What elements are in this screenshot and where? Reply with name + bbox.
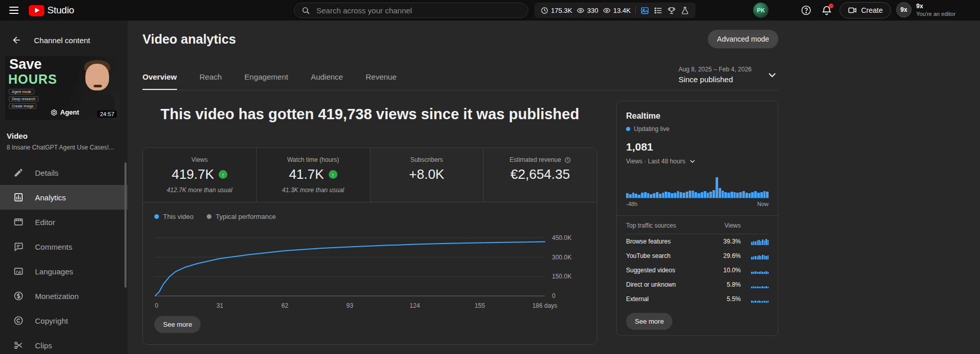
sidebar-item-comments[interactable]: Comments [0,234,128,259]
metric-watch-time-hours[interactable]: Watch time (hours)41.7K↑41.3K more than … [257,148,370,202]
flask-icon[interactable] [681,6,689,15]
analytics-icon [13,192,24,202]
traffic-source-label: External [626,295,716,303]
realtime-bar [692,191,694,198]
search-bar[interactable] [294,3,528,18]
sidebar-item-monetization[interactable]: Monetization [0,284,128,308]
traffic-sources-table: Browse features39.3%YouTube search29.6%S… [626,234,769,306]
traffic-source-row: Browse features39.3% [626,234,769,249]
sparkline-bar [753,301,755,302]
main-content: Video analytics Advanced mode OverviewRe… [128,21,980,354]
video-thumbnail[interactable]: Save HOURS Agent modeDeep researchCreate… [5,56,119,120]
tab-overview[interactable]: Overview [142,72,177,90]
clock-icon [541,7,548,14]
tab-revenue[interactable]: Revenue [366,72,397,90]
help-icon[interactable] [800,5,812,16]
sparkline-bar [755,287,756,288]
traffic-source-label: YouTube search [626,252,716,259]
create-button-label: Create [861,6,883,14]
realtime-range-dropdown[interactable]: Views · Last 48 hours [626,157,769,165]
svg-text:450.0K: 450.0K [552,234,572,241]
extension-stats-widget[interactable]: 175.3K33013.4K [534,3,696,18]
see-more-button[interactable]: See more [154,316,201,333]
legend-item-typical-performance[interactable]: Typical performance [207,213,276,220]
ext-stat-value: 330 [587,7,598,14]
overview-section: This video has gotten 419,738 views sinc… [142,101,597,345]
sidebar-item-clips[interactable]: Clips [0,333,128,354]
ext-stat: 13.4K [603,7,631,14]
metric-estimated-revenue[interactable]: Estimated revenue€2,654.35 [484,148,597,202]
tab-audience[interactable]: Audience [311,72,343,90]
tab-reach[interactable]: Reach [200,72,222,90]
sparkline-bar [765,301,767,302]
date-range-block: Aug 8, 2025 – Feb 4, 2026 Since publishe… [679,66,752,84]
metric-value-text: €2,654.35 [510,166,570,182]
sidebar-item-details[interactable]: Details [0,160,128,185]
traffic-source-views: 5.8% [716,281,741,288]
legend-item-this-video[interactable]: This video [154,213,193,220]
traffic-source-views: 5.5% [716,295,741,303]
svg-text:155: 155 [475,302,485,309]
realtime-bar [716,177,718,198]
studio-logo[interactable]: Studio [29,5,74,16]
sidebar-item-label: Editor [35,218,55,227]
page-title: Video analytics [142,32,236,47]
trophy-icon[interactable] [667,6,676,15]
realtime-bar [745,193,748,198]
realtime-range-label: Views · Last 48 hours [626,158,685,165]
date-range-picker[interactable]: Aug 8, 2025 – Feb 4, 2026 Since publishe… [679,66,778,90]
image-icon[interactable] [640,6,649,15]
realtime-bar [686,192,688,198]
sidebar-item-label: Comments [35,243,73,251]
metric-delta: 412.7K more than usual [143,187,256,194]
sidebar-item-languages[interactable]: Languages [0,259,128,284]
trend-up-icon: ↑ [329,170,337,179]
realtime-bar [763,191,766,198]
chevron-down-icon [688,157,697,165]
search-input[interactable] [316,6,521,15]
traffic-source-row: Suggested videos10.0% [626,263,769,277]
axis-left-label: -48h [626,201,637,207]
sparkline-bar [768,255,769,259]
menu-icon[interactable] [9,7,19,14]
sparkline-bar [757,256,758,259]
realtime-status: Updating live [626,125,769,133]
thumbnail-person-photo [79,60,115,117]
list-icon[interactable] [654,6,663,15]
editor-icon [13,217,24,227]
video-duration-badge: 24:57 [97,110,117,118]
tab-engagement[interactable]: Engagement [244,72,288,90]
sparkline-bar [764,255,765,259]
realtime-see-more-button[interactable]: See more [626,313,672,330]
sparkline-bar [762,272,763,273]
metric-value-text: 419.7K [172,166,214,182]
realtime-bar [641,193,644,198]
sparkline-bar [753,286,755,288]
sidebar-item-label: Analytics [35,193,66,202]
realtime-bar-chart [626,178,769,198]
sidebar-item-analytics[interactable]: Analytics [0,185,128,210]
metric-views[interactable]: Views419.7K↑412.7K more than usual [143,148,257,202]
realtime-views-count: 1,081 [626,141,769,153]
back-to-channel-content[interactable]: Channel content [0,21,128,45]
avatar[interactable]: PK [753,3,769,18]
realtime-bar [689,191,691,198]
create-button[interactable]: Create [840,2,891,18]
traffic-table-header: Top traffic sources Views [626,222,769,234]
metric-subscribers[interactable]: Subscribers+8.0K [370,148,484,202]
sidebar-item-editor[interactable]: Editor [0,210,128,234]
metric-label-text: Views [191,156,208,163]
editor-badge-title: 9x [916,3,955,10]
realtime-bar [751,192,754,198]
advanced-mode-button[interactable]: Advanced mode [708,30,778,48]
sparkline-bar [768,287,769,288]
sparkline-bar [768,301,769,302]
create-video-icon [848,6,857,15]
sidebar-item-copyright[interactable]: Copyright [0,308,128,333]
legend-label: This video [163,213,193,220]
sidebar-scrollbar[interactable] [124,162,127,288]
traffic-source-row: YouTube search29.6% [626,249,769,263]
notifications-bell-icon[interactable] [821,5,832,16]
sparkline-bar [762,239,763,245]
svg-text:0: 0 [155,302,158,309]
